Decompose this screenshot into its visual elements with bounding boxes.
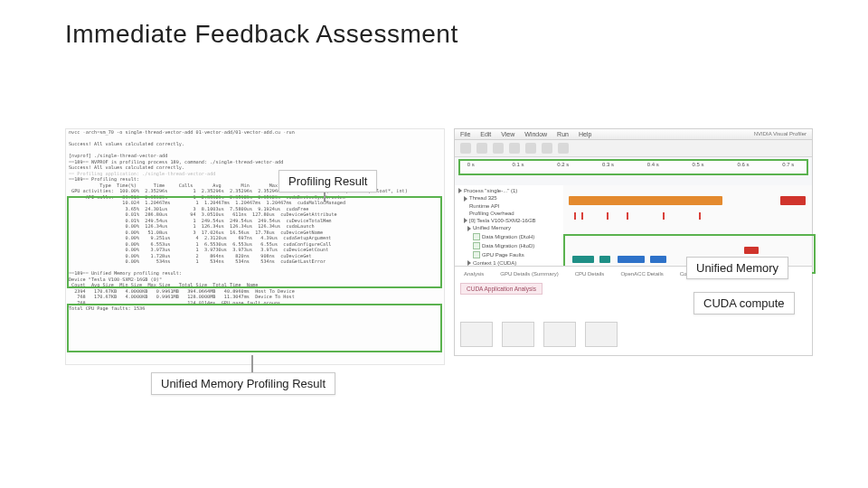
- toolbar-icon: [542, 143, 552, 154]
- thumbnail-icon: [502, 322, 534, 347]
- thumbnail-icon: [460, 322, 493, 347]
- toolbar-icon: [476, 143, 487, 154]
- highlight-unified-mem: [67, 304, 442, 352]
- callout-unified-memory: Unified Memory: [686, 257, 788, 279]
- terminal-screenshot: nvcc -arch=sm_70 -o single-thread-vector…: [65, 128, 445, 365]
- toolbar-icon: [558, 143, 569, 154]
- window-title: NVIDIA Visual Profiler: [749, 129, 812, 138]
- menu-item: File: [460, 131, 470, 137]
- toolbar-icon: [525, 143, 536, 154]
- toolbar-icon: [509, 143, 520, 154]
- thumbnail-icon: [585, 322, 618, 347]
- highlight-profiling: [67, 196, 442, 288]
- visual-profiler-screenshot: NVIDIA Visual Profiler File Edit View Wi…: [454, 128, 813, 356]
- menu-item: Edit: [480, 131, 491, 137]
- toolbar-icon: [460, 143, 471, 154]
- page-title: Immediate Feedback Assessment: [65, 20, 458, 49]
- bar-overhead: [780, 196, 806, 205]
- timeline-ruler: 0 s 0.1 s 0.2 s 0.3 s 0.4 s 0.5 s 0.6 s …: [458, 159, 808, 175]
- analysis-label: CUDA Application Analysis: [460, 283, 542, 295]
- menu-item: Run: [557, 131, 569, 137]
- toolbar-icon: [493, 143, 504, 154]
- thumbnail-icon: [543, 322, 576, 347]
- table-row: GPU activities: 100.00% 2.35296s 1 2.352…: [66, 188, 444, 194]
- toolbar: [455, 140, 812, 157]
- timeline-sidebar: Process "single-..." (1) Thread 325 Runt…: [455, 185, 570, 272]
- menu-item: Help: [579, 131, 591, 137]
- menu-item: Window: [524, 131, 547, 137]
- menu-item: View: [501, 131, 514, 137]
- bar-runtime: [569, 196, 722, 205]
- callout-unified-profiling: Unified Memory Profiling Result: [151, 372, 335, 395]
- callout-cuda-compute: CUDA compute: [693, 292, 795, 314]
- tick-mark: [574, 212, 576, 220]
- callout-profiling: Profiling Result: [278, 170, 377, 192]
- callout-connector: [251, 355, 253, 372]
